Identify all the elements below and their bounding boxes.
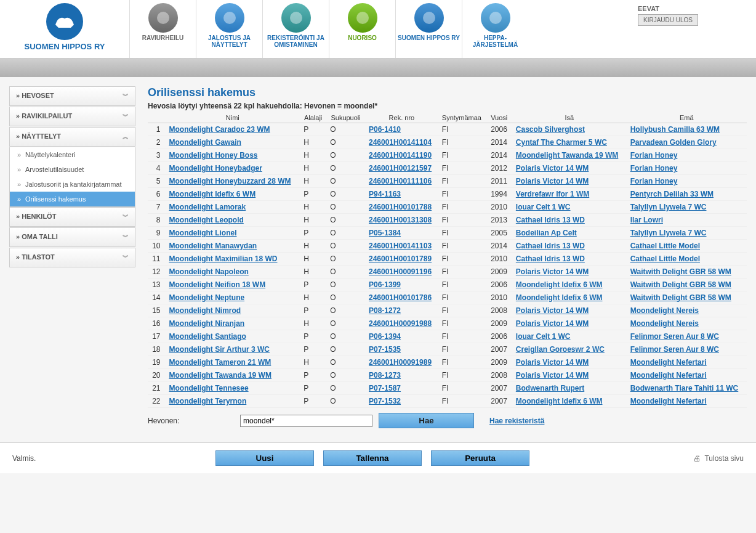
logout-button[interactable]: KIRJAUDU ULOS — [638, 14, 698, 26]
submenu-item-3[interactable]: Orilisenssi hakemus — [10, 192, 135, 206]
horse-link[interactable]: Moondelight Idefix 6 WM — [169, 190, 255, 198]
horse-link[interactable]: Moondelight Nimrod — [169, 306, 241, 315]
sire-link[interactable]: Polaris Victor 14 WM — [516, 306, 589, 315]
horse-link[interactable]: Moondelight Santiago — [169, 332, 246, 341]
horse-link[interactable]: Moondelight Leopold — [169, 216, 243, 224]
reg-link[interactable]: 246001H00091988 — [369, 319, 432, 328]
reg-link[interactable]: P07-1587 — [369, 384, 401, 393]
sire-link[interactable]: Bodwenarth Rupert — [516, 384, 584, 393]
horse-link[interactable]: Moondelight Tennesee — [169, 384, 248, 393]
reg-link[interactable]: P08-1273 — [369, 371, 401, 380]
menu-item-3[interactable]: » HENKILÖT︾ — [9, 207, 135, 227]
col-0[interactable] — [148, 113, 165, 123]
sire-link[interactable]: Cathael Idris 13 WD — [516, 242, 585, 250]
reg-link[interactable]: 246001H00131308 — [369, 216, 432, 224]
nav-item-3[interactable]: NUORISO — [329, 0, 395, 58]
horse-link[interactable]: Moondelight Honeybuzzard 28 WM — [169, 177, 291, 185]
nav-item-2[interactable]: REKISTERÖINTI JA OMISTAMINEN — [262, 0, 329, 58]
sire-link[interactable]: Moondelight Idefix 6 WM — [516, 280, 603, 289]
dam-link[interactable]: Cathael Little Model — [630, 242, 700, 250]
reg-link[interactable]: 246001H00101788 — [369, 203, 432, 211]
sire-link[interactable]: Polaris Victor 14 WM — [516, 358, 589, 367]
sire-link[interactable]: Cathael Idris 13 WD — [516, 254, 585, 263]
col-1[interactable]: Nimi — [165, 113, 300, 123]
dam-link[interactable]: Hollybush Camilla 63 WM — [630, 125, 720, 134]
sire-link[interactable]: Creigllan Goroeswr 2 WC — [516, 345, 605, 354]
dam-link[interactable]: Felinmor Seren Aur 8 WC — [630, 345, 719, 354]
menu-item-1[interactable]: » RAVIKILPAILUT︾ — [9, 107, 135, 126]
reg-link[interactable]: P05-1384 — [369, 229, 401, 237]
menu-item-0[interactable]: » HEVOSET︾ — [9, 86, 135, 106]
horse-link[interactable]: Moondelight Neptune — [169, 293, 244, 302]
dam-link[interactable]: Forlan Honey — [630, 177, 678, 185]
dam-link[interactable]: Waitwith Delight GBR 58 WM — [630, 280, 731, 289]
reg-link[interactable]: 246001H00111106 — [369, 177, 432, 185]
sire-link[interactable]: Cathael Idris 13 WD — [516, 216, 585, 224]
menu-item-4[interactable]: » OMA TALLI︾ — [9, 227, 135, 247]
horse-link[interactable]: Moondelight Lionel — [169, 229, 236, 237]
horse-link[interactable]: Moondelight Caradoc 23 WM — [169, 125, 270, 134]
reg-link[interactable]: 246001H00141190 — [369, 151, 432, 160]
dam-link[interactable]: Moondelight Nereis — [630, 319, 699, 328]
horse-link[interactable]: Moondelight Lamorak — [169, 203, 246, 211]
horse-link[interactable]: Moondelight Maximilian 18 WD — [169, 254, 277, 263]
horse-link[interactable]: Moondelight Neifion 18 WM — [169, 280, 265, 289]
dam-link[interactable]: Moondelight Nereis — [630, 306, 699, 315]
nav-item-0[interactable]: RAVIURHEILU — [129, 0, 196, 58]
col-3[interactable]: Sukupuoli — [326, 113, 365, 123]
reg-link[interactable]: P07-1535 — [369, 345, 401, 354]
sire-link[interactable]: Cyntaf The Charmer 5 WC — [516, 138, 607, 147]
search-button[interactable]: Hae — [379, 413, 474, 428]
print-link[interactable]: 🖨 Tulosta sivu — [693, 454, 744, 463]
dam-link[interactable]: Moondelight Nefertari — [630, 397, 707, 405]
reg-link[interactable]: P06-1394 — [369, 332, 401, 341]
sire-link[interactable]: Polaris Victor 14 WM — [516, 319, 589, 328]
dam-link[interactable]: Talyllyn Llywela 7 WC — [630, 229, 707, 237]
footer-btn-uusi[interactable]: Uusi — [215, 450, 314, 466]
sire-link[interactable]: Polaris Victor 14 WM — [516, 164, 589, 173]
submenu-item-0[interactable]: Näyttelykalenteri — [10, 147, 135, 162]
menu-item-2[interactable]: » NÄYTTELYT︽ — [9, 127, 135, 147]
sire-link[interactable]: Polaris Victor 14 WM — [516, 267, 589, 276]
search-registry-link[interactable]: Hae rekisteristä — [489, 417, 544, 425]
dam-link[interactable]: Waitwith Delight GBR 58 WM — [630, 293, 731, 302]
col-2[interactable]: Alalaji — [300, 113, 326, 123]
horse-link[interactable]: Moondelight Honey Boss — [169, 151, 257, 160]
footer-btn-peruuta[interactable]: Peruuta — [431, 450, 529, 466]
reg-link[interactable]: 246001H00141104 — [369, 138, 432, 147]
reg-link[interactable]: 246001H00101786 — [369, 293, 432, 302]
dam-link[interactable]: Moondelight Nefertari — [630, 358, 707, 367]
sire-link[interactable]: Moondelight Idefix 6 WM — [516, 293, 603, 302]
nav-item-1[interactable]: JALOSTUS JA NÄYTTELYT — [196, 0, 262, 58]
reg-link[interactable]: 246001H00091989 — [369, 358, 432, 367]
horse-link[interactable]: Moondelight Niranjan — [169, 319, 244, 328]
col-4[interactable]: Rek. nro — [365, 113, 438, 123]
reg-link[interactable]: 246001H00121597 — [369, 164, 432, 173]
horse-link[interactable]: Moondelight Teryrnon — [169, 397, 246, 405]
reg-link[interactable]: P06-1399 — [369, 280, 401, 289]
reg-link[interactable]: P07-1532 — [369, 397, 401, 405]
col-6[interactable]: Vuosi — [487, 113, 512, 123]
dam-link[interactable]: Forlan Honey — [630, 164, 678, 173]
dam-link[interactable]: Talyllyn Llywela 7 WC — [630, 203, 707, 211]
horse-link[interactable]: Moondelight Gawain — [169, 138, 241, 147]
submenu-item-1[interactable]: Arvostelutilaisuudet — [10, 162, 135, 177]
dam-link[interactable]: Pentyrch Delilah 33 WM — [630, 190, 714, 198]
horse-link[interactable]: Moondelight Tawanda 19 WM — [169, 371, 271, 380]
dam-link[interactable]: Parvadean Golden Glory — [630, 138, 717, 147]
horse-link[interactable]: Moondelight Napoleon — [169, 267, 248, 276]
search-input[interactable] — [240, 415, 372, 427]
col-7[interactable]: Isä — [512, 113, 627, 123]
sire-link[interactable]: Cascob Silverghost — [516, 125, 585, 134]
horse-link[interactable]: Moondelight Tameron 21 WM — [169, 358, 271, 367]
dam-link[interactable]: Moondelight Nefertari — [630, 371, 707, 380]
col-5[interactable]: Syntymämaa — [438, 113, 487, 123]
dam-link[interactable]: Waitwith Delight GBR 58 WM — [630, 267, 731, 276]
submenu-item-2[interactable]: Jalostusoriit ja kantakirjatammat — [10, 177, 135, 192]
sire-link[interactable]: Moondelight Idefix 6 WM — [516, 397, 603, 405]
col-8[interactable]: Emä — [627, 113, 747, 123]
sire-link[interactable]: Bodeilian Ap Celt — [516, 229, 577, 237]
nav-item-5[interactable]: HEPPA-JÄRJESTELMÄ — [462, 0, 528, 58]
menu-item-5[interactable]: » TILASTOT︾ — [9, 248, 135, 267]
reg-link[interactable]: P06-1410 — [369, 125, 401, 134]
